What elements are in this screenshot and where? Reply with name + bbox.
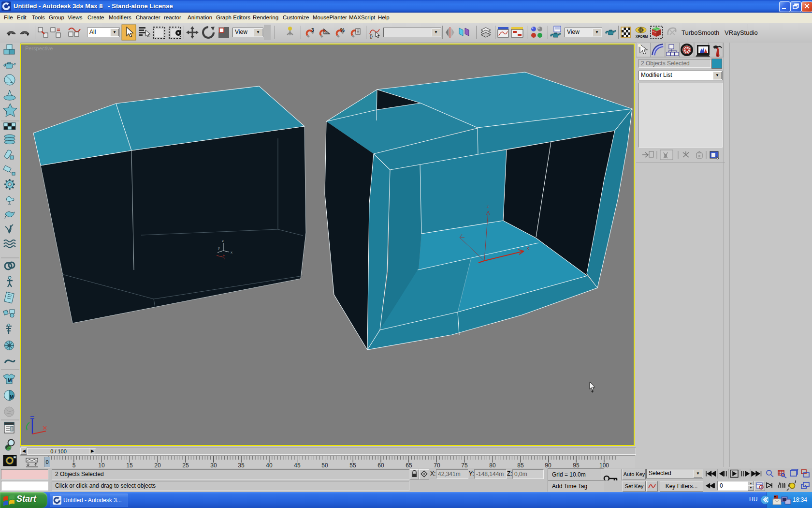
- svg-text:90: 90: [545, 462, 551, 469]
- svg-text:5: 5: [72, 462, 76, 469]
- svg-text:z: z: [487, 204, 489, 209]
- svg-text:TurboSmooth VRayStudio: TurboSmooth VRayStudio: [682, 29, 758, 36]
- svg-text:M: M: [8, 378, 12, 383]
- svg-text:{}: {}: [370, 34, 373, 39]
- svg-text:3: 3: [311, 28, 314, 33]
- svg-text:55: 55: [349, 462, 356, 469]
- svg-text:80: 80: [489, 462, 496, 469]
- svg-text:85: 85: [517, 462, 524, 469]
- svg-text:10: 10: [98, 462, 105, 469]
- svg-text:50: 50: [321, 462, 328, 469]
- svg-text:65: 65: [406, 462, 412, 469]
- svg-text:75: 75: [461, 462, 468, 469]
- svg-text:y: y: [218, 245, 220, 250]
- svg-text:z: z: [222, 239, 224, 243]
- svg-text:x: x: [231, 250, 232, 254]
- svg-text:15: 15: [126, 462, 133, 469]
- svg-text:XFORM: XFORM: [636, 35, 648, 38]
- svg-text:%: %: [340, 28, 345, 33]
- svg-text:35: 35: [238, 462, 245, 469]
- svg-text:40: 40: [266, 462, 273, 469]
- svg-text:30: 30: [210, 462, 217, 469]
- svg-text:60: 60: [377, 462, 384, 469]
- svg-text:95: 95: [573, 462, 580, 469]
- svg-text:70: 70: [434, 462, 440, 469]
- svg-text:25: 25: [182, 462, 189, 469]
- svg-text:45: 45: [294, 462, 301, 469]
- svg-text:100: 100: [599, 462, 609, 469]
- svg-text:20: 20: [154, 462, 161, 469]
- svg-text:M: M: [10, 394, 14, 400]
- svg-text:x: x: [527, 246, 529, 251]
